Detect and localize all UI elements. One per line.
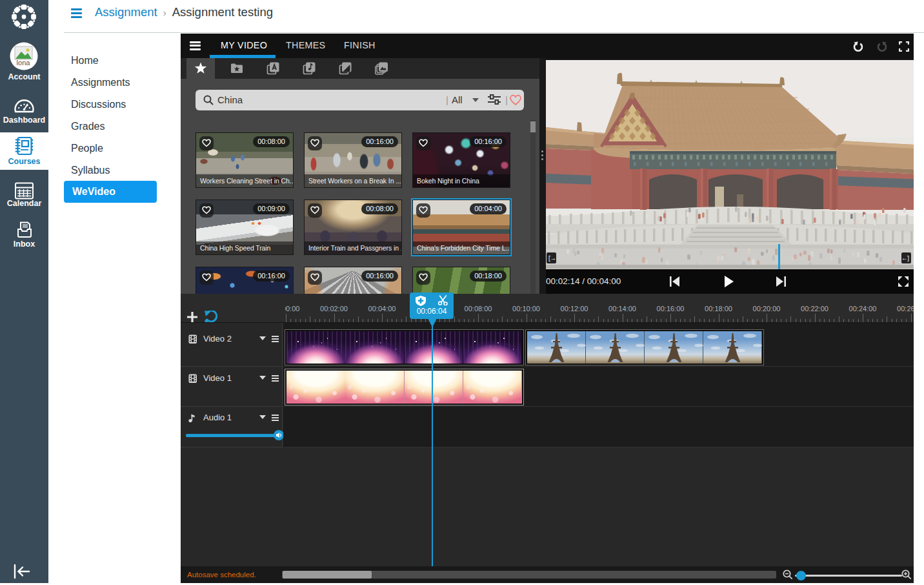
svg-text:lona: lona <box>17 59 31 67</box>
